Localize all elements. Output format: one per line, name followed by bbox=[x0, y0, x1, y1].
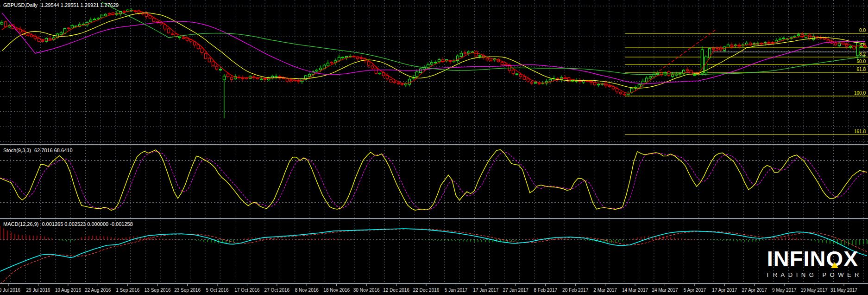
candle[interactable] bbox=[201, 48, 203, 53]
candle[interactable] bbox=[420, 69, 422, 72]
candle[interactable] bbox=[712, 49, 715, 50]
candle[interactable] bbox=[68, 28, 70, 29]
candle[interactable] bbox=[609, 86, 611, 87]
candle[interactable] bbox=[798, 35, 800, 36]
candle[interactable] bbox=[342, 57, 344, 58]
candle[interactable] bbox=[60, 33, 63, 35]
candle[interactable] bbox=[331, 62, 333, 63]
candle[interactable] bbox=[631, 88, 633, 92]
candle[interactable] bbox=[835, 43, 837, 45]
candle[interactable] bbox=[861, 46, 863, 47]
candle[interactable] bbox=[42, 41, 44, 42]
candle[interactable] bbox=[379, 73, 381, 74]
candle[interactable] bbox=[512, 70, 515, 74]
candle[interactable] bbox=[646, 78, 648, 82]
candle[interactable] bbox=[157, 21, 159, 22]
candle[interactable] bbox=[108, 13, 111, 14]
candle[interactable] bbox=[523, 77, 526, 79]
candle[interactable] bbox=[460, 53, 463, 57]
candle[interactable] bbox=[101, 15, 103, 18]
time-axis[interactable]: 19 Jul 201629 Jul 201610 Aug 201622 Aug … bbox=[0, 287, 868, 295]
candle[interactable] bbox=[368, 62, 370, 65]
candle[interactable] bbox=[520, 74, 522, 77]
candle[interactable] bbox=[134, 11, 137, 12]
candle[interactable] bbox=[390, 80, 392, 82]
candle[interactable] bbox=[220, 69, 222, 70]
candle[interactable] bbox=[123, 11, 126, 12]
candle[interactable] bbox=[27, 35, 29, 36]
candle[interactable] bbox=[694, 75, 696, 76]
candle[interactable] bbox=[5, 22, 7, 27]
candle[interactable] bbox=[290, 80, 292, 81]
candle[interactable] bbox=[257, 78, 259, 79]
candle[interactable] bbox=[227, 74, 229, 77]
candle[interactable] bbox=[431, 63, 433, 64]
candle[interactable] bbox=[686, 70, 689, 71]
candle[interactable] bbox=[434, 62, 437, 63]
candle[interactable] bbox=[49, 38, 51, 39]
candle[interactable] bbox=[394, 82, 396, 83]
candle[interactable] bbox=[620, 92, 622, 94]
candle[interactable] bbox=[409, 79, 411, 84]
candle[interactable] bbox=[164, 25, 166, 29]
candle[interactable] bbox=[809, 35, 811, 39]
candle[interactable] bbox=[516, 74, 518, 75]
candle[interactable] bbox=[168, 29, 170, 33]
candle[interactable] bbox=[320, 68, 322, 70]
candle[interactable] bbox=[179, 37, 181, 38]
candle[interactable] bbox=[401, 84, 403, 85]
candle[interactable] bbox=[205, 53, 207, 58]
candle[interactable] bbox=[360, 58, 363, 59]
candle[interactable] bbox=[490, 60, 492, 61]
candle[interactable] bbox=[623, 94, 626, 95]
candle[interactable] bbox=[727, 45, 730, 47]
candle[interactable] bbox=[71, 26, 74, 28]
candle[interactable] bbox=[94, 19, 96, 20]
candle[interactable] bbox=[794, 36, 796, 37]
candles-group[interactable] bbox=[1, 8, 867, 118]
candle[interactable] bbox=[194, 42, 196, 45]
candle[interactable] bbox=[375, 68, 377, 74]
candle[interactable] bbox=[427, 65, 429, 67]
candle[interactable] bbox=[223, 76, 226, 80]
candle[interactable] bbox=[197, 45, 200, 49]
candle[interactable] bbox=[90, 20, 92, 22]
candle[interactable] bbox=[371, 66, 374, 68]
candle[interactable] bbox=[505, 64, 507, 65]
candle[interactable] bbox=[649, 77, 652, 78]
candle[interactable] bbox=[531, 82, 533, 83]
candle[interactable] bbox=[731, 45, 733, 46]
candle[interactable] bbox=[535, 83, 537, 83]
candle[interactable] bbox=[598, 84, 600, 85]
candle[interactable] bbox=[857, 42, 859, 56]
candle[interactable] bbox=[171, 34, 174, 35]
candle[interactable] bbox=[1, 22, 3, 24]
candle[interactable] bbox=[397, 83, 400, 84]
candle[interactable] bbox=[464, 53, 466, 54]
candle[interactable] bbox=[416, 72, 418, 77]
candle[interactable] bbox=[716, 48, 718, 49]
candle[interactable] bbox=[501, 63, 503, 64]
candle[interactable] bbox=[672, 74, 674, 76]
candle[interactable] bbox=[638, 84, 641, 87]
candle[interactable] bbox=[208, 58, 211, 62]
candle[interactable] bbox=[153, 18, 155, 21]
candle[interactable] bbox=[479, 56, 481, 57]
candle[interactable] bbox=[260, 79, 263, 80]
candle[interactable] bbox=[182, 38, 185, 39]
candle[interactable] bbox=[216, 66, 218, 69]
candle[interactable] bbox=[38, 38, 40, 42]
candle[interactable] bbox=[212, 62, 214, 66]
candle[interactable] bbox=[308, 74, 311, 77]
candle[interactable] bbox=[486, 58, 489, 60]
candle[interactable] bbox=[286, 79, 289, 81]
candle[interactable] bbox=[275, 76, 277, 77]
candle[interactable] bbox=[783, 38, 785, 39]
candle[interactable] bbox=[316, 70, 318, 71]
candle[interactable] bbox=[849, 46, 852, 47]
candle[interactable] bbox=[779, 39, 781, 40]
candle[interactable] bbox=[538, 83, 541, 84]
candle[interactable] bbox=[616, 89, 618, 92]
candle[interactable] bbox=[231, 77, 233, 80]
candle[interactable] bbox=[97, 18, 100, 19]
